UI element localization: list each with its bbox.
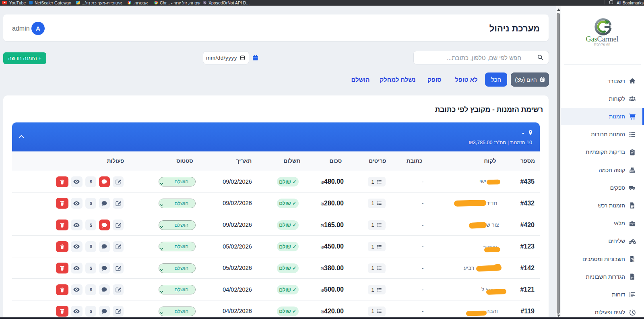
svg-text:$: $ bbox=[90, 265, 92, 270]
svg-text:$: $ bbox=[90, 222, 92, 227]
svg-text:$: $ bbox=[90, 244, 92, 249]
svg-text:$: $ bbox=[90, 179, 92, 184]
svg-text:$: $ bbox=[90, 287, 92, 292]
svg-text:$: $ bbox=[90, 201, 92, 206]
svg-text:$: $ bbox=[90, 309, 92, 314]
svg-text:$: $ bbox=[633, 259, 634, 261]
